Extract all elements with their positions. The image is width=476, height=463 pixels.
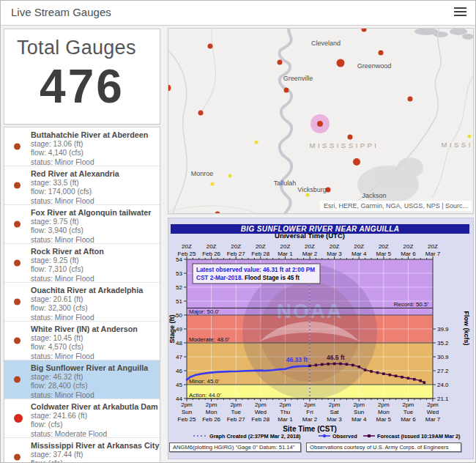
gauge-name: Buttahatchie River at Aberdeen [31,130,157,140]
gauge-map-dot-yellow[interactable] [210,182,214,185]
hydrograph-panel: BIG SUNFLOWER RIVER NEAR ANGUILLA NOAAMa… [168,218,474,459]
total-gauges-count: 476 [4,59,160,114]
forecast-marker [333,363,336,366]
forecast-marker [413,378,416,381]
gauge-map-dot[interactable] [284,88,289,93]
top-tick-date: Mar 4 [352,251,367,257]
bottom-tick-date: Mar 6 [401,416,416,423]
top-tick-hour: 20Z [354,243,364,250]
bottom-tick-time: 2pm [206,401,217,408]
bottom-tick-day: Wed [255,409,267,415]
gauge-stage: stage: 13.06 (ft) [31,140,157,149]
left-tick-label: 45 [176,382,182,388]
forecast-marker [388,374,391,377]
bottom-tick-date: Feb 27 [227,416,245,423]
bottom-tick-day: Tue [404,409,414,415]
top-tick-hour: 20Z [231,243,241,250]
gauge-map-dot[interactable] [379,51,384,56]
right-tick-label: 39.9 [437,326,449,333]
gauge-map-dot[interactable] [278,60,283,65]
gauge-map-dot[interactable] [337,59,345,67]
gauge-stage: stage: 33.5 (ft) [31,179,157,188]
bottom-tick-day: Tue [231,409,241,415]
gauge-list-item[interactable]: Rock River at Afton stage: 9.25 (ft) flo… [4,244,160,283]
total-gauges-card: Total Gauges 476 [4,29,160,125]
map-panel[interactable]: ClevelandGreenvilleGreenwoodMonroeTallul… [168,28,474,214]
gauge-map-dot[interactable] [353,158,360,166]
legend-observed-marker [323,434,326,437]
top-tick-hour: 20Z [182,243,192,250]
gauge-list-item[interactable]: Mississippi River at Arkansas City stage… [4,438,160,463]
gauge-map-dot[interactable] [362,29,367,32]
top-tick-date: Feb 27 [227,251,245,257]
left-tick-label: 52 [176,284,182,291]
bottom-tick-date: Mar 3 [327,416,342,423]
bottom-tick-time: 2pm [304,401,316,408]
top-tick-hour: 20Z [256,243,266,250]
bottom-tick-time: 2pm [403,401,414,408]
gauge-map-dot-yellow[interactable] [305,193,309,196]
gauge-map-dot-yellow[interactable] [254,140,258,144]
gauge-name: Coldwater River at Arkabutla Dam [31,402,157,412]
top-tick-date: Feb 26 [202,251,220,257]
forecast-marker [376,371,379,374]
forecast-marker [321,363,324,366]
forecast-marker [346,363,349,366]
forecast-marker [357,366,360,368]
right-tick-label: 24.0 [437,382,449,388]
gauge-map-dot[interactable] [215,212,220,215]
map-state-label: MISSISS [441,141,474,149]
bottom-tick-time: 2pm [280,401,291,408]
map-canvas[interactable]: ClevelandGreenvilleGreenwoodMonroeTallul… [168,29,474,214]
gauge-list-item[interactable]: Fox River at Algonquin tailwater stage: … [4,205,160,244]
gauge-map-dot[interactable] [198,111,204,116]
gauge-map-dot-yellow[interactable] [228,174,231,177]
gauge-list-item[interactable]: White River (IN) at Anderson stage: 10.4… [4,322,160,360]
forecast-marker [419,379,422,382]
gauge-list-item[interactable]: Red River at Alexandria stage: 33.5 (ft)… [4,166,160,205]
forecast-peak-label: 46.5 ft [327,354,345,361]
gauge-list-item[interactable]: Coldwater River at Arkabutla Dam stage: … [4,399,160,438]
left-tick-label: 46 [176,368,182,374]
right-tick-label: 35.2 [437,340,449,347]
bottom-tick-day: Mon [378,409,390,415]
bottom-tick-time: 2pm [353,401,365,408]
gauge-list-item-selected[interactable]: Big Sunflower River at Anguilla stage: 4… [4,360,160,399]
gauge-status-dot [14,299,21,305]
map-city-label: Greenwood [357,62,392,70]
gauge-map-dot-yellow[interactable] [467,134,471,138]
top-tick-date: Mar 2 [302,251,318,257]
forecast-marker [401,376,404,379]
gauge-name: Fox River at Algonquin tailwater [31,208,157,218]
gauge-map-dot[interactable] [348,135,353,140]
gauge-map-dot[interactable] [168,85,171,92]
map-city-label: Jackson [362,192,386,199]
map-city-label: Greenville [283,75,313,82]
left-tick-label: 51 [176,298,182,305]
gauge-stage: stage: 9.75 (ft) [31,218,157,226]
gauge-status-dot [14,221,21,228]
top-axis-title: Universal Time (UTC) [275,232,345,240]
latest-observed-line2: CST 2-Mar-2018. Flood Stage is 45 ft [196,275,300,281]
gauge-list-item[interactable]: Ouachita River at Arkadelphia stage: 20.… [4,283,160,322]
gauge-status-dot [14,377,21,383]
bottom-tick-day: Thu [280,409,291,415]
bottom-tick-time: 2pm [230,401,242,408]
gauge-name: Big Sunflower River at Anguilla [31,363,157,373]
gauge-map-dot[interactable] [208,44,213,49]
legend-created-label: Graph Created (2:37PM Mar 2, 2018) [209,433,301,440]
map-state-label: MISSISSIPPI [310,141,379,149]
left-tick-label: 50 [176,312,182,319]
bottom-tick-day: Mon [206,409,217,415]
gauge-map-dot[interactable] [408,97,413,102]
hamburger-menu-icon[interactable] [454,7,466,18]
gauge-status-dot [14,414,23,423]
bottom-tick-time: 2pm [427,401,439,408]
selected-gauge-map-dot[interactable] [317,121,323,127]
flood-line-label: Moderate: 48.0' [189,336,230,343]
left-tick-label: 54 [176,256,182,263]
gauge-list-item[interactable]: Buttahatchie River at Aberdeen stage: 13… [4,127,160,166]
right-axis-title: Flow (kcfs) [463,311,470,345]
forecast-marker [327,363,330,366]
bottom-tick-day: Sat [330,409,340,415]
